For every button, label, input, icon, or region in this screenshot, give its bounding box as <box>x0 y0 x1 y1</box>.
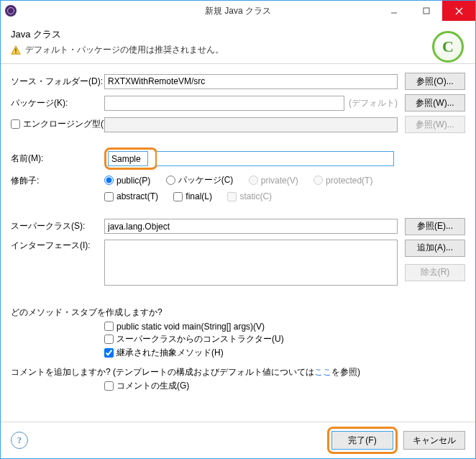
browse-package-button[interactable]: 参照(W)... <box>405 94 465 112</box>
svg-rect-1 <box>424 8 429 14</box>
superclass-label: スーパークラス(S): <box>11 220 104 232</box>
package-label: パッケージ(K): <box>11 97 104 109</box>
modifier-package-radio[interactable] <box>166 176 175 185</box>
minimize-button[interactable] <box>377 1 410 21</box>
banner-title: Java クラス <box>11 28 465 41</box>
name-input-ext[interactable] <box>157 151 394 166</box>
stub-main-checkbox[interactable] <box>104 322 114 331</box>
remove-interface-button: 除去(R) <box>405 264 465 281</box>
stubs-question: どのメソッド・スタブを作成しますか? <box>11 306 465 319</box>
name-label: 名前(M): <box>11 153 104 165</box>
modifier-final-checkbox[interactable] <box>173 192 183 201</box>
source-folder-input[interactable] <box>104 74 398 89</box>
banner-message-text: デフォルト・パッケージの使用は推奨されません。 <box>25 44 224 56</box>
modifier-public-radio[interactable] <box>104 176 114 185</box>
superclass-input[interactable] <box>104 219 398 234</box>
maximize-button[interactable] <box>410 1 442 21</box>
form-body: ソース・フォルダー(D): 参照(O)... パッケージ(K): (デフォルト)… <box>1 64 475 422</box>
browse-source-button[interactable]: 参照(O)... <box>405 73 465 90</box>
window-controls <box>377 1 475 21</box>
finish-button[interactable]: 完了(F) <box>331 431 393 450</box>
modifier-protected-radio <box>313 176 323 185</box>
add-interface-button[interactable]: 追加(A)... <box>405 240 465 257</box>
comments-here-link[interactable]: ここ <box>314 367 331 377</box>
svg-rect-4 <box>15 48 16 51</box>
package-input[interactable] <box>104 96 344 111</box>
button-bar: ? 完了(F) キャンセル <box>1 422 475 458</box>
interfaces-label: インターフェース(I): <box>11 240 104 252</box>
enclosing-type-checkbox[interactable] <box>11 119 20 129</box>
name-highlight <box>104 147 157 170</box>
warning-icon <box>11 45 21 55</box>
browse-enclosing-button: 参照(W)... <box>405 116 465 133</box>
help-icon[interactable]: ? <box>11 432 28 449</box>
banner-message: デフォルト・パッケージの使用は推奨されません。 <box>11 44 465 56</box>
browse-superclass-button[interactable]: 参照(E)... <box>405 218 465 235</box>
interfaces-list[interactable] <box>104 240 398 286</box>
source-folder-label: ソース・フォルダー(D): <box>11 76 104 88</box>
app-icon <box>5 5 17 17</box>
modifier-static-checkbox <box>227 192 237 201</box>
cancel-button[interactable]: キャンセル <box>403 431 465 450</box>
svg-rect-5 <box>15 52 16 53</box>
modifier-private-radio <box>249 176 258 185</box>
dialog-window: 新規 Java クラス Java クラス デフォルト・パッケージの使用は推奨され… <box>0 0 476 459</box>
banner: Java クラス デフォルト・パッケージの使用は推奨されません。 C <box>1 21 475 63</box>
enclosing-type-input <box>104 117 398 132</box>
stub-super-ctor-checkbox[interactable] <box>104 335 114 344</box>
class-badge-icon: C <box>432 31 464 63</box>
enclosing-type-label: エンクロージング型(Y): <box>11 118 104 131</box>
finish-highlight: 完了(F) <box>327 427 398 454</box>
comments-question: コメントを追加しますか? (テンプレートの構成およびデフォルト値についてはここを… <box>11 366 465 378</box>
name-input[interactable] <box>108 151 148 166</box>
package-default-hint: (デフォルト) <box>349 97 398 109</box>
stub-inherited-checkbox[interactable] <box>104 348 114 358</box>
generate-comments-checkbox[interactable] <box>104 381 114 391</box>
title-bar: 新規 Java クラス <box>1 1 475 21</box>
modifier-abstract-checkbox[interactable] <box>104 192 114 201</box>
close-button[interactable] <box>442 1 475 21</box>
modifier-label: 修飾子: <box>11 175 104 187</box>
